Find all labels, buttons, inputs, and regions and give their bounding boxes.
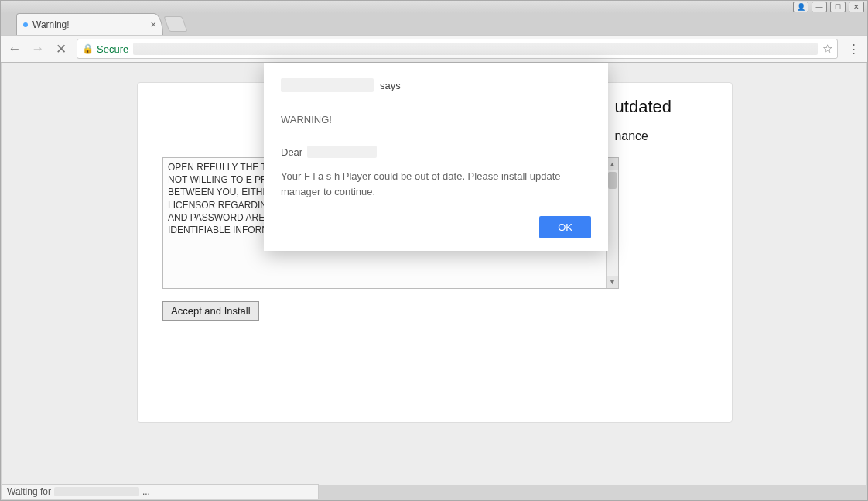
js-alert-dialog: says WARNING! Dear Your F l a s h Player… — [264, 63, 608, 251]
status-prefix: Waiting for — [7, 486, 51, 497]
status-bar: Waiting for ... — [2, 484, 319, 499]
minimize-button[interactable]: — — [812, 2, 827, 12]
tab-close-icon[interactable]: × — [150, 19, 156, 30]
dialog-ok-button[interactable]: OK — [539, 216, 591, 238]
status-host-redacted — [54, 487, 139, 496]
tab-favicon — [23, 22, 28, 27]
browser-tab[interactable]: Warning! × — [16, 13, 163, 35]
address-bar[interactable]: 🔒 Secure ☆ — [77, 39, 838, 59]
secure-label: Secure — [97, 43, 128, 55]
scroll-down-icon[interactable]: ▼ — [607, 276, 618, 288]
dialog-body-text: Your F l a s h Player could be out of da… — [281, 169, 591, 199]
window-controls: 👤 — ☐ ✕ — [793, 2, 864, 12]
user-icon[interactable]: 👤 — [793, 2, 808, 12]
forward-button: → — [30, 41, 46, 57]
accept-install-button[interactable]: Accept and Install — [162, 301, 259, 321]
tab-strip: Warning! × — [1, 13, 867, 35]
back-button[interactable]: ← — [7, 41, 22, 57]
maximize-button[interactable]: ☐ — [830, 2, 846, 12]
bookmark-star-icon[interactable]: ☆ — [822, 42, 832, 56]
url-redacted — [133, 43, 818, 55]
dialog-dear-label: Dear — [281, 146, 302, 158]
scroll-up-icon[interactable]: ▲ — [607, 158, 618, 170]
new-tab-button[interactable] — [163, 16, 187, 32]
lock-icon: 🔒 — [82, 43, 94, 54]
dialog-recipient-redacted — [307, 146, 377, 158]
tab-title: Warning! — [32, 19, 70, 30]
close-window-button[interactable]: ✕ — [849, 2, 864, 12]
scroll-thumb[interactable] — [608, 172, 617, 189]
browser-menu-button[interactable]: ⋮ — [846, 41, 861, 57]
dialog-warning-label: WARNING! — [281, 114, 591, 125]
status-suffix: ... — [142, 486, 150, 497]
window-titlebar: 👤 — ☐ ✕ — [1, 1, 867, 13]
dialog-says-label: says — [380, 80, 401, 91]
dialog-origin-redacted — [281, 78, 374, 92]
browser-toolbar: ← → ✕ 🔒 Secure ☆ ⋮ — [1, 35, 867, 63]
stop-reload-button[interactable]: ✕ — [53, 41, 69, 57]
